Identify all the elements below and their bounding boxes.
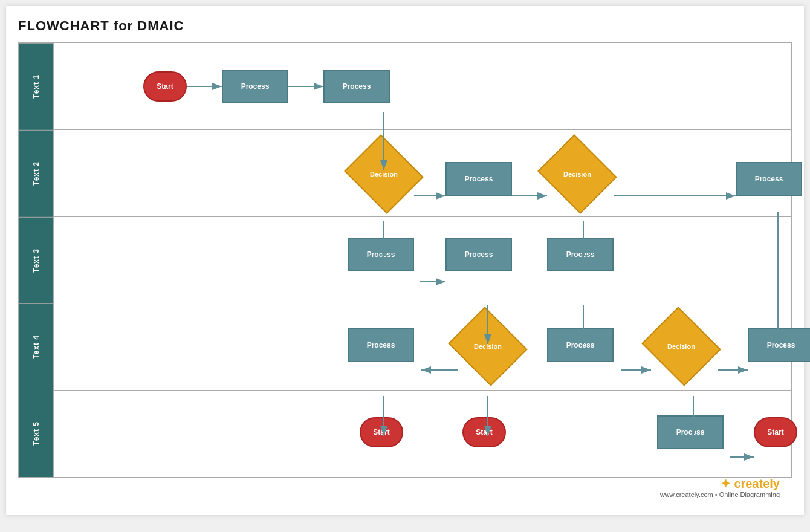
sidebar-row-2: Text 2	[19, 130, 53, 217]
row-5: Start Start Process Start	[54, 391, 791, 477]
brand-name: ✦ creately	[6, 476, 780, 491]
process-shape-10: Process	[748, 328, 810, 362]
row-3: Process Process Process	[54, 217, 791, 304]
sidebar-row-3: Text 3	[19, 217, 53, 304]
process-shape-2: Process	[323, 70, 390, 103]
start-shape-4: Start	[754, 417, 797, 447]
row-4: Process Decision Process Decision Proces…	[54, 303, 791, 391]
process-shape-7: Process	[547, 238, 614, 271]
row-2: Decision Process Decision Process	[54, 130, 791, 217]
page-title: FLOWCHART for DMAIC	[18, 18, 792, 34]
decision-shape-1: Decision	[344, 134, 424, 214]
process-shape-5: Process	[348, 238, 414, 271]
process-shape-9: Process	[547, 328, 614, 362]
start-shape-1: Start	[143, 71, 187, 102]
process-shape-11: Process	[657, 415, 724, 449]
start-shape-3: Start	[462, 417, 506, 447]
decision-shape-3: Decision	[448, 307, 528, 387]
sidebar-row-5: Text 5	[19, 391, 53, 477]
page: FLOWCHART for DMAIC Text 1 Text 2 Text 3…	[6, 6, 804, 515]
process-shape-3: Process	[446, 162, 512, 196]
process-shape-1: Process	[222, 70, 288, 103]
row-1: Start Process Process	[54, 43, 791, 130]
decision-shape-4: Decision	[641, 307, 721, 387]
decision-shape-2: Decision	[537, 134, 617, 214]
tagline: www.creately.com • Online Diagramming	[6, 491, 780, 498]
process-shape-4: Process	[736, 162, 802, 196]
creately-logo: ✦ creately www.creately.com • Online Dia…	[6, 476, 780, 498]
main-area: Start Process Process Decision	[54, 43, 791, 477]
start-shape-2: Start	[360, 417, 403, 447]
sidebar-row-1: Text 1	[19, 43, 53, 130]
sidebar: Text 1 Text 2 Text 3 Text 4 Text 5	[19, 43, 54, 477]
sidebar-row-4: Text 4	[19, 303, 53, 391]
chart-container: Text 1 Text 2 Text 3 Text 4 Text 5	[18, 42, 792, 478]
process-shape-8: Process	[348, 328, 414, 362]
process-shape-6: Process	[446, 238, 512, 271]
